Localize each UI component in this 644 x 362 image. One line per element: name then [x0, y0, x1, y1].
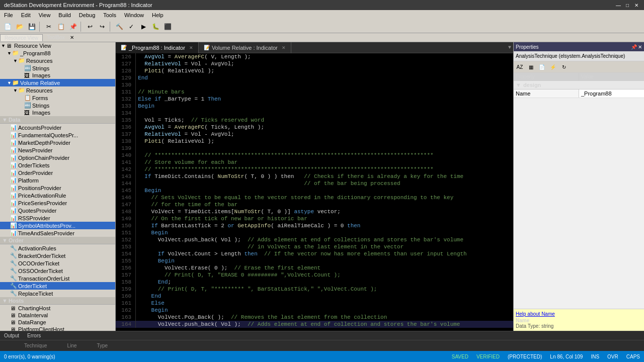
- menu-view[interactable]: View: [37, 12, 53, 19]
- build-button[interactable]: 🔨: [114, 22, 125, 32]
- undo-button[interactable]: ↩: [85, 22, 96, 32]
- bottom-type-header: Type: [97, 343, 108, 348]
- prop-group-design[interactable]: ▼ design: [514, 81, 644, 89]
- tree-item-platformclient[interactable]: 🖥 PlatformClientHost: [0, 326, 115, 331]
- section-expand-icon-hosts: ▼: [2, 298, 8, 304]
- properties-toolbar: AZ ▦ 📄 ⚡ ↻: [514, 61, 644, 73]
- resource-view-tab[interactable]: Resource View: [0, 34, 43, 41]
- line-135: 135 Vol = Ticks; // Ticks reserved word: [116, 117, 513, 124]
- menu-debug[interactable]: Debug: [77, 12, 97, 19]
- section-hosts[interactable]: ▼ Hosts: [0, 297, 115, 305]
- tree-item-priceactivation[interactable]: 📊 PriceActivationRule: [0, 192, 115, 199]
- properties-help-section: Help about Name Name Data Type: string: [514, 309, 644, 331]
- section-data[interactable]: ▼ Data: [0, 116, 115, 124]
- panel-close-btn[interactable]: ✕: [70, 35, 74, 40]
- toolbox-tab[interactable]: ToolBox: [43, 34, 69, 41]
- tree-item-volume-relative[interactable]: ▼ 📁 Volume Relative: [0, 79, 115, 86]
- run-button[interactable]: ▶: [138, 22, 149, 32]
- paste-button[interactable]: 📌: [67, 22, 78, 32]
- tree-item-resources-2[interactable]: ▼ 📁 Resources: [0, 86, 115, 94]
- line-159: 159 // Print( D, T, "********* ", BarSta…: [116, 286, 513, 293]
- prop-events-btn[interactable]: ⚡: [548, 62, 558, 71]
- tree-item-ocoorder[interactable]: 🔧 OCOOrderTicket: [0, 259, 115, 267]
- tree-item-priceseries[interactable]: 📊 PriceSeriesProvider: [0, 199, 115, 207]
- bottom-panel: Output Errors Technique Line Type: [0, 331, 644, 351]
- tree-item-strings-2[interactable]: 🔤 Strings: [0, 102, 115, 109]
- line-147: 147 // for the time of the bar: [116, 201, 513, 208]
- help-about-name-link[interactable]: Help about Name: [516, 311, 642, 317]
- tree-item-orderticket[interactable]: 🔧 OrderTicket: [0, 282, 115, 290]
- stop-button[interactable]: ⬛: [162, 22, 173, 32]
- open-button[interactable]: 📂: [14, 22, 25, 32]
- close-button[interactable]: ✕: [633, 2, 640, 9]
- tree-item-program88[interactable]: ▼ 📁 _Program88: [0, 49, 115, 57]
- tree-item-rssprovider[interactable]: 📊 RSSProvider: [0, 214, 115, 222]
- tree-item-replaceticket[interactable]: 🔧 ReplaceTicket: [0, 290, 115, 297]
- tree-item-timeandsales[interactable]: 📊 TimeAndSalesProvider: [0, 229, 115, 237]
- tree-item-resource-view[interactable]: ▼ 🖥 Resource View: [0, 42, 115, 49]
- tree-item-quotesprovider[interactable]: 📊 QuotesProvider: [0, 207, 115, 214]
- tree-item-newsprovider[interactable]: 📊 NewsProvider: [0, 146, 115, 154]
- tree-item-resources-1[interactable]: ▼ 📁 Resources: [0, 57, 115, 64]
- tab-volume[interactable]: 📝 Volume Relative : Indicator ✕: [199, 42, 291, 53]
- line-162: 162 Begin: [116, 307, 513, 314]
- tab-close-volume[interactable]: ✕: [282, 45, 286, 50]
- tree-item-ossoorder[interactable]: 🔧 OSSOOrderTicket: [0, 267, 115, 275]
- line-149: 149 // On the first tick of new bar or h…: [116, 215, 513, 222]
- window-controls: — □ ✕: [615, 2, 640, 9]
- tree-item-images-2[interactable]: 🖼 Images: [0, 109, 115, 116]
- tab-scroll-right[interactable]: ▼: [506, 44, 513, 51]
- tree-item-bracketorder[interactable]: 🔧 BracketOrderTicket: [0, 252, 115, 259]
- menu-help[interactable]: Help: [150, 12, 166, 19]
- section-order[interactable]: ▼ Order: [0, 237, 115, 244]
- menu-build[interactable]: Build: [56, 12, 72, 19]
- prop-alphabetical-btn[interactable]: AZ: [515, 62, 525, 71]
- tree-item-symbolattributes[interactable]: 📊 SymbolAttributesProv...: [0, 222, 115, 229]
- expand-arrow: ▼: [7, 51, 12, 56]
- tree-item-transactionorder[interactable]: 🔧 TransactionOrderList: [0, 275, 115, 282]
- panel-close-btn-props[interactable]: ✕: [638, 44, 642, 50]
- tree-item-datainterval[interactable]: 🖥 DataInterval: [0, 312, 115, 319]
- tree-item-forms[interactable]: 📋 Forms: [0, 94, 115, 102]
- tree-item-platform[interactable]: 📊 Platform: [0, 176, 115, 184]
- maximize-button[interactable]: □: [624, 2, 631, 9]
- tree-item-activationrules[interactable]: 🔧 ActivationRules: [0, 244, 115, 252]
- prop-name-value[interactable]: _Program88: [579, 89, 644, 98]
- menu-tools[interactable]: Tools: [101, 12, 118, 19]
- tree-item-accountsprovider[interactable]: 📊 AccountsProvider: [0, 124, 115, 131]
- redo-button[interactable]: ↪: [97, 22, 108, 32]
- tree-item-ordertickets[interactable]: 📊 OrderTickets: [0, 161, 115, 169]
- prop-categorized-btn[interactable]: ▦: [526, 62, 536, 71]
- menu-window[interactable]: Window: [122, 12, 146, 19]
- tree-item-orderprovider[interactable]: 📊 OrderProvider: [0, 169, 115, 176]
- code-editor[interactable]: 126 AvgVol = AverageFC( V, Length ); 127…: [116, 53, 513, 331]
- line-137: 137 RelativeVol = Vol - AvgVol;: [116, 131, 513, 138]
- copy-button[interactable]: 📋: [55, 22, 66, 32]
- verify-button[interactable]: ✓: [126, 22, 137, 32]
- panel-header-controls: 📌 ✕: [631, 44, 642, 50]
- tree-item-optionchain[interactable]: 📊 OptionChainProvider: [0, 154, 115, 161]
- prop-refresh-btn[interactable]: ↻: [559, 62, 569, 71]
- menu-file[interactable]: File: [2, 12, 15, 19]
- debug-button[interactable]: 🐛: [150, 22, 161, 32]
- tree-item-chartinghost[interactable]: 🖥 ChartingHost: [0, 305, 115, 312]
- tree-item-positionsprovider[interactable]: 📊 PositionsProvider: [0, 184, 115, 192]
- minimize-button[interactable]: —: [615, 2, 622, 9]
- tree-item-images-1[interactable]: 🖼 Images: [0, 72, 115, 79]
- cut-button[interactable]: ✂: [43, 22, 54, 32]
- line-150: 150 If BarStatLastTick = 2 or GetAppInfo…: [116, 222, 513, 229]
- status-errors: 0 error(s), 0 warning(s): [4, 354, 55, 359]
- save-button[interactable]: 💾: [26, 22, 37, 32]
- errors-tab[interactable]: Errors: [23, 332, 45, 339]
- output-tab[interactable]: Output: [0, 332, 23, 339]
- prop-pages-btn[interactable]: 📄: [537, 62, 547, 71]
- tree-item-datarange[interactable]: 🖥 DataRange: [0, 319, 115, 326]
- tree-item-marketdepth[interactable]: 📊 MarketDepthProvider: [0, 139, 115, 146]
- panel-pin-btn[interactable]: 📌: [631, 44, 637, 50]
- new-button[interactable]: 📄: [2, 22, 13, 32]
- tree-item-strings-1[interactable]: 🔤 Strings: [0, 64, 115, 72]
- menu-edit[interactable]: Edit: [19, 12, 33, 19]
- tab-program88[interactable]: 📝 _Program88 : Indicator ✕: [116, 42, 199, 53]
- tab-close-program88[interactable]: ✕: [189, 45, 193, 50]
- tree-item-fundamentalquotes[interactable]: 📊 FundamentalQuotesPr...: [0, 131, 115, 139]
